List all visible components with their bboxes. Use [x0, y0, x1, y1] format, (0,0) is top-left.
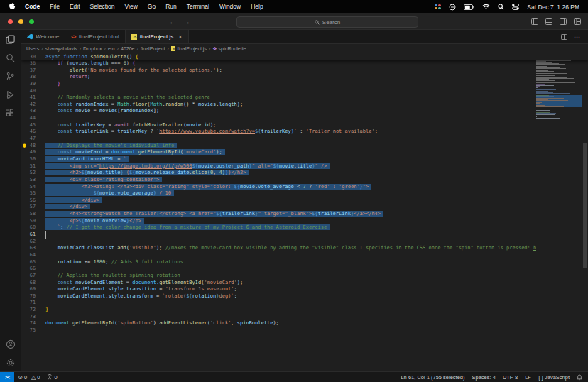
minimize-window-button[interactable]	[18, 19, 23, 24]
menu-item-selection[interactable]: Selection	[85, 3, 120, 10]
line-number[interactable]: 41	[21, 94, 36, 102]
line-number[interactable]: 43	[21, 108, 36, 115]
menu-item-terminal[interactable]: Terminal	[182, 3, 214, 10]
breadcrumb-item-4020e[interactable]: 4020e	[121, 46, 134, 51]
code-line[interactable]: 43 const movie = movies[randomIndex];	[21, 108, 536, 115]
explorer-icon[interactable]	[0, 30, 21, 48]
code-line[interactable]: 63 movieCard.classList.add('visible'); /…	[21, 245, 536, 252]
line-number[interactable]: 64	[21, 252, 36, 259]
code-line[interactable]: 46 const trailerLink = trailerKey ? `htt…	[21, 129, 536, 136]
code-line[interactable]: 61	[21, 231, 536, 239]
line-number[interactable]: 69	[21, 286, 36, 293]
menu-clock[interactable]: Sat Dec 7 1:26 PM	[527, 4, 579, 11]
line-number[interactable]: 70	[21, 293, 36, 300]
ports-indicator[interactable]: 0	[43, 374, 60, 381]
search-sidebar-icon[interactable]	[0, 48, 21, 67]
toggle-secondary-sidebar-icon[interactable]	[560, 18, 567, 25]
sticky-line-number[interactable]: 30	[21, 53, 36, 60]
line-number[interactable]: 58	[21, 211, 36, 218]
sticky-scroll-line[interactable]: 30async function spinRoulette() {	[21, 53, 588, 60]
line-number[interactable]: 49	[21, 149, 36, 156]
breadcrumb-item-finalproject[interactable]: finalProject	[141, 46, 165, 51]
line-number[interactable]: 72	[21, 307, 36, 314]
line-number[interactable]: 50	[21, 156, 36, 163]
line-number[interactable]: 59	[21, 218, 36, 225]
code-line[interactable]: 70 movieCardElement.style.transform = `r…	[21, 293, 536, 300]
code-line[interactable]: 65 rotation += 1080; // Adds 3 full rota…	[21, 259, 536, 266]
code-line[interactable]: 55 ${movie.vote_average} / 10	[21, 190, 536, 197]
language-mode[interactable]: { }JavaScript	[535, 374, 573, 381]
code-line[interactable]: 42 const randomIndex = Math.floor(Math.r…	[21, 102, 536, 109]
code-line[interactable]: 68 const movieCardElement = document.get…	[21, 280, 536, 287]
code-line[interactable]: 75	[21, 327, 536, 334]
code-line[interactable]: 71	[21, 300, 536, 307]
toggle-primary-sidebar-icon[interactable]	[531, 18, 538, 25]
tab-finalproject-html[interactable]: <>finalProject.html	[65, 30, 126, 43]
code-line[interactable]: 44	[21, 115, 536, 122]
lightbulb-icon[interactable]	[22, 143, 27, 149]
remote-indicator[interactable]: ><	[0, 372, 14, 382]
account-icon[interactable]	[0, 335, 21, 354]
settings-gear-icon[interactable]	[0, 354, 21, 372]
editor[interactable]: 36 if (movies.length === 0) {37 alert('N…	[21, 53, 588, 372]
breadcrumb-item-sharayahdavis[interactable]: sharayahdavis	[45, 46, 77, 51]
line-number[interactable]: 39	[21, 81, 36, 88]
line-number[interactable]: 51	[21, 163, 36, 170]
code-line[interactable]: 57 </div>	[21, 204, 536, 211]
menu-item-run[interactable]: Run	[160, 3, 182, 10]
code-line[interactable]: 37 alert('No movies found for the select…	[21, 67, 536, 75]
line-number[interactable]: 56	[21, 197, 36, 204]
breadcrumb-item-em[interactable]: em	[108, 46, 115, 51]
control-center-icon[interactable]	[512, 4, 519, 10]
line-number[interactable]: 53	[21, 177, 36, 184]
menu-item-help[interactable]: Help	[246, 3, 268, 10]
code-line[interactable]: 47	[21, 136, 536, 143]
battery-icon[interactable]	[464, 4, 474, 10]
code-line[interactable]: 41 // Randomly selects a movie with the …	[21, 94, 536, 102]
zoom-window-button[interactable]	[29, 19, 34, 24]
code-line[interactable]: 48 // Displays the movie's individual in…	[21, 143, 536, 150]
line-number[interactable]: 45	[21, 122, 36, 129]
line-number[interactable]: 38	[21, 74, 36, 81]
menu-item-window[interactable]: Window	[214, 3, 246, 10]
code-line[interactable]: 64	[21, 252, 536, 259]
code-line[interactable]: 66	[21, 266, 536, 273]
code-line[interactable]: 67 // Applies the roulette spinning rota…	[21, 273, 536, 280]
code-line[interactable]: 40	[21, 88, 536, 95]
encoding-setting[interactable]: UTF-8	[499, 374, 521, 381]
breadcrumb-item-users[interactable]: Users	[26, 46, 39, 51]
line-number[interactable]: 67	[21, 273, 36, 280]
line-number[interactable]: 62	[21, 239, 36, 246]
eol-setting[interactable]: LF	[521, 374, 535, 381]
code-line[interactable]: 72}	[21, 307, 536, 314]
code-line[interactable]: 59 <p>${movie.overview}</p>	[21, 218, 536, 225]
spotlight-icon[interactable]	[498, 4, 504, 10]
line-number[interactable]: 61	[21, 231, 36, 239]
navigate-forward-icon[interactable]: →	[183, 18, 190, 26]
line-number[interactable]: 60	[21, 224, 36, 231]
code-line[interactable]: 53 <div class="rating-container">	[21, 177, 536, 184]
run-debug-icon[interactable]	[0, 85, 21, 104]
code-line[interactable]: 62	[21, 239, 536, 246]
line-number[interactable]: 75	[21, 327, 36, 334]
line-number[interactable]: 52	[21, 170, 36, 177]
menu-item-file[interactable]: File	[45, 3, 65, 10]
code-line[interactable]: 50 movieCard.innerHTML = `	[21, 156, 536, 163]
code-line[interactable]: 56 </div>	[21, 197, 536, 204]
extensions-icon[interactable]	[0, 104, 21, 122]
line-number[interactable]: 47	[21, 136, 36, 143]
code-line[interactable]: 60 `; // I got the color change idea fro…	[21, 224, 536, 231]
breadcrumb-item-dropbox[interactable]: Dropbox	[83, 46, 102, 51]
toggle-panel-icon[interactable]	[545, 18, 552, 25]
line-number[interactable]: 46	[21, 129, 36, 136]
code-line[interactable]: 74document.getElementById('spinButton').…	[21, 320, 536, 327]
code-line[interactable]: 54 <h3>Rating: </h3><div class="rating" …	[21, 184, 536, 191]
more-actions-icon[interactable]: ⋯	[574, 33, 581, 40]
menu-item-go[interactable]: Go	[143, 3, 160, 10]
vertical-scrollbar[interactable]	[582, 53, 588, 372]
customize-layout-icon[interactable]	[574, 18, 581, 25]
line-number[interactable]: 40	[21, 88, 36, 95]
line-number[interactable]: 73	[21, 314, 36, 321]
problems-indicator[interactable]: ⊘0 △0	[14, 374, 43, 381]
navigate-back-icon[interactable]: ←	[169, 18, 176, 26]
